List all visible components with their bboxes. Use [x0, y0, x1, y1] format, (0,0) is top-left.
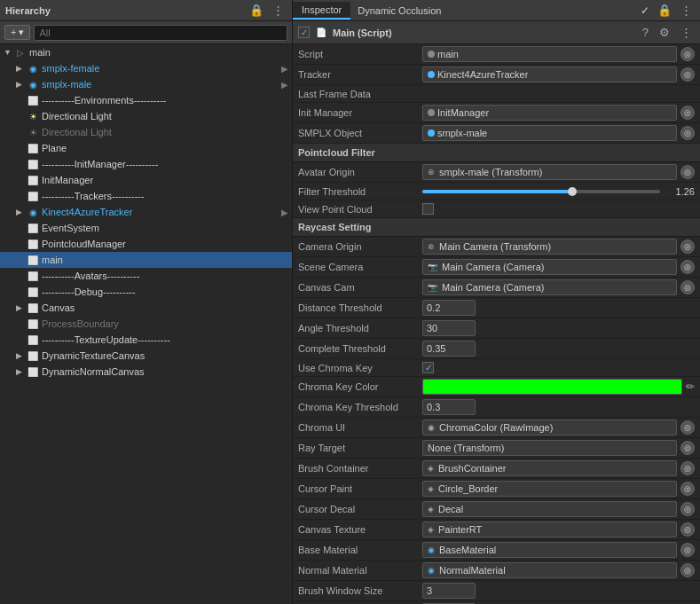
tree-item-dirlight2[interactable]: ☀ Directional Light	[0, 124, 292, 140]
menu-icon[interactable]: ⋮	[270, 3, 287, 18]
ray-target-ref-text: None (Transform)	[428, 443, 504, 453]
tree-label-debug: ----------Debug----------	[42, 286, 136, 297]
avatar-origin-ref-box[interactable]: ⊕ smplx-male (Transform)	[422, 164, 677, 180]
help-icon[interactable]: ?	[640, 25, 651, 40]
script-select-btn[interactable]: ◎	[680, 47, 695, 61]
view-point-cloud-checkbox[interactable]	[422, 203, 434, 215]
search-input[interactable]	[34, 25, 287, 41]
canvas-texture-select-btn[interactable]: ◎	[680, 522, 695, 537]
tree-item-debug[interactable]: ⬜ ----------Debug----------	[0, 284, 292, 300]
cursor-decal-select-btn[interactable]: ◎	[680, 502, 695, 516]
menu-icon-inspector[interactable]: ⋮	[678, 3, 695, 18]
brush-container-ref-text: BrushContainer	[438, 463, 506, 474]
tree-item-dynamictexturecanvas[interactable]: ▶ ⬜ DynamicTextureCanvas	[0, 348, 292, 364]
slider-fill-filter	[422, 190, 572, 193]
tree-item-kinect[interactable]: ▶ ◉ Kinect4AzureTracker ▶	[0, 204, 292, 220]
tracker-select-btn[interactable]: ◎	[680, 67, 695, 82]
chroma-key-color-value: ✏	[422, 379, 695, 395]
normal-material-ref-box[interactable]: ◉ NormalMaterial	[422, 562, 677, 578]
cursor-paint-ref-text: Circle_Border	[438, 483, 498, 494]
tree-item-plane[interactable]: ⬜ Plane	[0, 140, 292, 156]
tree-item-dirlight1[interactable]: ☀ Directional Light	[0, 108, 292, 124]
brush-container-select-btn[interactable]: ◎	[680, 461, 695, 475]
lock-icon[interactable]: 🔒	[247, 3, 266, 18]
canvas-cam-ref-box[interactable]: 📷 Main Camera (Camera)	[422, 279, 677, 295]
dynamic-occlusion-text: Dynamic Occlusion	[358, 5, 441, 16]
tree-item-canvas[interactable]: ▶ ⬜ Canvas	[0, 300, 292, 316]
brush-window-input[interactable]	[422, 583, 476, 599]
prop-angle-threshold: Angle Threshold	[293, 318, 700, 339]
canvas-texture-ref-box[interactable]: ◈ PainterRT	[422, 522, 677, 537]
cursor-paint-select-btn[interactable]: ◎	[680, 482, 695, 496]
tree-label-pointcloud: PointcloudManager	[42, 239, 126, 249]
ray-target-ref-box[interactable]: None (Transform)	[422, 440, 677, 456]
chroma-ui-label: Chroma UI	[298, 422, 422, 433]
chroma-ui-ref-box[interactable]: ◉ ChromaColor (RawImage)	[422, 420, 677, 435]
script-value-container: main ◎	[422, 46, 695, 62]
tree-item-trackers[interactable]: ⬜ ----------Trackers----------	[0, 188, 292, 204]
tree-item-initmanager[interactable]: ⬜ InitManager	[0, 172, 292, 188]
tree-item-textureupdate[interactable]: ⬜ ----------TextureUpdate----------	[0, 332, 292, 348]
camera-origin-ref-text: Main Camera (Transform)	[439, 241, 551, 252]
prop-scene-camera: Scene Camera 📷 Main Camera (Camera) ◎	[293, 257, 700, 278]
ray-target-select-btn[interactable]: ◎	[680, 441, 695, 455]
smplxobj-select-btn[interactable]: ◎	[680, 126, 695, 140]
avatar-origin-label: Avatar Origin	[298, 167, 422, 177]
initmanager-select-btn[interactable]: ◎	[680, 106, 695, 120]
smplxobj-ref-box[interactable]: smplx-male	[422, 125, 677, 141]
camera-origin-select-btn[interactable]: ◎	[680, 239, 695, 254]
tree-item-pointcloud[interactable]: ⬜ PointcloudManager	[0, 236, 292, 252]
tab-inspector[interactable]: Inspector	[293, 2, 350, 20]
tree-item-environments[interactable]: ⬜ ----------Environments----------	[0, 92, 292, 108]
script-ref-box[interactable]: main	[422, 46, 677, 62]
initmanager-ref-box[interactable]: InitManager	[422, 105, 677, 121]
prop-complete-threshold: Complete Threshold	[293, 339, 700, 359]
tree-item-eventsystem[interactable]: ⬜ EventSystem	[0, 220, 292, 236]
slider-thumb-filter[interactable]	[568, 187, 577, 196]
tree-item-dynamicnormalcanvas[interactable]: ▶ ⬜ DynamicNormalCanvas	[0, 364, 292, 380]
base-material-select-btn[interactable]: ◎	[680, 543, 695, 557]
base-material-ref-text: BaseMaterial	[439, 545, 496, 555]
cursor-decal-ref-box[interactable]: ◈ Decal	[422, 501, 677, 517]
settings-icon[interactable]: ⚙	[657, 25, 672, 40]
use-chroma-key-label: Use Chroma Key	[298, 363, 422, 373]
component-enabled-checkbox[interactable]	[298, 27, 310, 38]
lock-icon-inspector[interactable]: 🔒	[655, 3, 674, 18]
brush-container-icon: ◈	[428, 464, 434, 473]
filter-threshold-slider[interactable]: 1.26	[422, 186, 695, 197]
tree-item-smplx-male[interactable]: ▶ ◉ smplx-male ▶	[0, 76, 292, 92]
avatar-origin-select-btn[interactable]: ◎	[680, 165, 695, 179]
tree-item-main-root[interactable]: ▼ ▷ main	[0, 44, 292, 60]
use-chroma-key-checkbox[interactable]	[422, 362, 434, 373]
section-raycast: Raycast Setting	[293, 218, 700, 237]
inspector-checkmark: ✓	[641, 4, 655, 17]
brush-window-value	[422, 583, 695, 599]
canvas-cam-select-btn[interactable]: ◎	[680, 280, 695, 294]
scene-camera-label: Scene Camera	[298, 262, 422, 272]
tree-item-avatars[interactable]: ⬜ ----------Avatars----------	[0, 268, 292, 284]
cursor-paint-ref-box[interactable]: ◈ Circle_Border	[422, 481, 677, 497]
tree-item-main-obj[interactable]: ⬜ main	[0, 252, 292, 268]
tree-item-initmanager-sep[interactable]: ⬜ ----------InitManager----------	[0, 156, 292, 172]
chroma-key-edit-icon[interactable]: ✏	[686, 380, 695, 393]
tree-item-smplx-female[interactable]: ▶ ◉ smplx-female ▶	[0, 60, 292, 76]
base-material-value-container: ◉ BaseMaterial ◎	[422, 542, 695, 558]
chroma-key-color-swatch[interactable]	[422, 379, 682, 395]
tracker-ref-box[interactable]: Kinect4AzureTracker	[422, 67, 677, 82]
camera-origin-ref-box[interactable]: ⊕ Main Camera (Transform)	[422, 239, 677, 255]
component-menu-icon[interactable]: ⋮	[678, 25, 695, 40]
normal-material-select-btn[interactable]: ◎	[680, 563, 695, 577]
chroma-ui-select-btn[interactable]: ◎	[680, 420, 695, 435]
chroma-key-threshold-input[interactable]	[422, 399, 476, 415]
distance-threshold-input[interactable]	[422, 300, 476, 316]
base-material-ref-box[interactable]: ◉ BaseMaterial	[422, 542, 677, 558]
scene-camera-ref-box[interactable]: 📷 Main Camera (Camera)	[422, 259, 677, 275]
cube-icon-dynamicnormalcanvas: ⬜	[27, 365, 39, 378]
add-object-button[interactable]: + ▾	[4, 25, 30, 40]
brush-container-ref-box[interactable]: ◈ BrushContainer	[422, 460, 677, 476]
angle-threshold-input[interactable]	[422, 320, 476, 336]
initmanager-label: Init Manager	[298, 107, 422, 118]
tree-item-processboundary[interactable]: ⬜ ProcessBoundary	[0, 316, 292, 332]
complete-threshold-input[interactable]	[422, 341, 476, 357]
scene-camera-select-btn[interactable]: ◎	[680, 260, 695, 274]
